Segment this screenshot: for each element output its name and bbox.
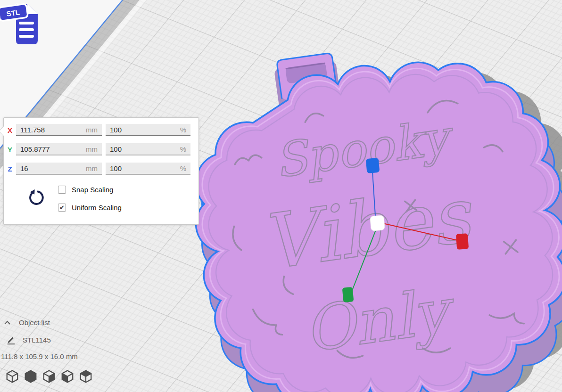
camera-view-toolbar [5, 369, 93, 384]
uniform-scaling-checkbox[interactable]: ✔ [58, 204, 66, 212]
view-3d-button[interactable] [5, 369, 20, 384]
uniform-scaling-checkbox-row[interactable]: ✔ Uniform Scaling [58, 204, 122, 212]
reset-ccw-arrow-icon [26, 188, 45, 207]
scale-z-percent-value: 100 [110, 164, 122, 172]
handle-y[interactable] [342, 287, 354, 302]
scale-z-percent-input[interactable]: 100 % [106, 163, 190, 175]
object-name: STL1145 [23, 336, 51, 344]
object-list-item[interactable]: STL1145 [6, 335, 78, 345]
scale-y-mm-input[interactable]: 105.8777 mm [16, 143, 102, 155]
scale-z-mm-value: 16 [20, 164, 28, 172]
cube-front-icon [24, 369, 38, 384]
scale-z-mm-unit: mm [86, 164, 98, 172]
stl-file-icon: STL [0, 0, 43, 48]
scale-x-mm-input[interactable]: 111.758 mm [16, 124, 102, 136]
scale-x-mm-unit: mm [86, 126, 98, 134]
scale-z-mm-input[interactable]: 16 mm [16, 163, 102, 175]
reset-scale-button[interactable] [26, 188, 45, 207]
scale-x-percent-value: 100 [110, 126, 122, 134]
snap-scaling-checkbox-row[interactable]: Snap Scaling [58, 186, 113, 194]
cube-left-icon [60, 369, 74, 384]
object-list-header[interactable]: Object list [4, 318, 78, 327]
object-dimensions: 111.8 x 105.9 x 16.0 mm [1, 352, 78, 360]
handle-center[interactable] [370, 215, 385, 231]
axis-x-label: X [4, 126, 16, 134]
cube-top-icon [42, 369, 56, 384]
scale-z-percent-unit: % [180, 164, 186, 172]
cube-3d-icon [5, 369, 19, 384]
view-left-button[interactable] [60, 369, 75, 384]
scale-tool-panel: X 111.758 mm 100 % Y 105.8777 mm 100 % Z… [3, 117, 199, 225]
chevron-up-icon [4, 320, 11, 326]
scale-y-percent-input[interactable]: 100 % [106, 143, 190, 155]
object-list-panel: Object list STL1145 111.8 x 105.9 x 16.0… [0, 318, 78, 360]
view-front-button[interactable] [23, 369, 38, 384]
stl-badge: STL [0, 4, 28, 21]
cube-right-icon [79, 369, 93, 384]
handle-z[interactable] [366, 158, 380, 173]
scale-y-mm-value: 105.8777 [20, 145, 50, 153]
scale-x-percent-unit: % [180, 126, 186, 134]
scale-x-percent-input[interactable]: 100 % [106, 124, 190, 136]
uniform-scaling-label: Uniform Scaling [72, 204, 122, 212]
view-top-button[interactable] [41, 369, 57, 384]
pencil-edit-icon [6, 335, 16, 345]
scale-x-mm-value: 111.758 [20, 126, 45, 134]
document-fold [27, 4, 38, 14]
axis-y-label: Y [4, 146, 16, 154]
view-right-button[interactable] [78, 369, 93, 384]
scale-y-percent-unit: % [180, 145, 186, 153]
scale-y-mm-unit: mm [86, 145, 98, 153]
object-list-title: Object list [19, 318, 50, 327]
scale-y-percent-value: 100 [110, 145, 122, 153]
snap-scaling-checkbox[interactable] [58, 186, 66, 194]
handle-x[interactable] [456, 233, 469, 250]
axis-z-label: Z [4, 165, 16, 173]
snap-scaling-label: Snap Scaling [72, 186, 113, 194]
